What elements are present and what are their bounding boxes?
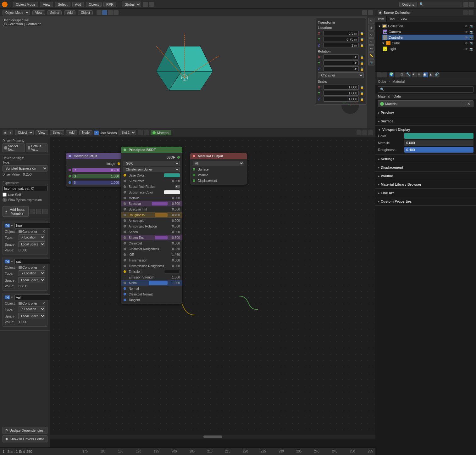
vp-color-swatch[interactable] (404, 133, 473, 139)
roughness-bar[interactable] (155, 213, 168, 217)
base-color-swatch[interactable] (164, 173, 180, 177)
viewport-mode-select[interactable]: Object Mode (3, 10, 30, 15)
node-editor-canvas[interactable]: Combine RGB Image (50, 137, 375, 439)
distribution-select[interactable]: GGX (124, 161, 180, 166)
vp-tool-select[interactable]: ↖ (368, 18, 374, 24)
light-render[interactable]: 📷 (469, 47, 473, 51)
collection-eye[interactable]: 👁 (464, 24, 468, 28)
tree-camera[interactable]: 📷 Camera 👁 📷 (382, 29, 473, 35)
volume-header[interactable]: ▸ Volume (378, 173, 473, 179)
var-sat-name-input[interactable] (14, 259, 50, 264)
select-menu[interactable]: Select (55, 2, 70, 7)
subsurface-color-swatch[interactable] (164, 190, 180, 194)
slot-select[interactable]: Slot 1 (119, 130, 136, 135)
view-menu[interactable]: View (40, 2, 53, 7)
var-hue-type-select[interactable]: X Location (19, 234, 45, 240)
combine-rgb-g-field[interactable]: G 1.000 (72, 174, 120, 178)
var-sat-obj-clear[interactable]: ✕ (42, 266, 45, 269)
light-eye[interactable]: 👁 (464, 47, 468, 51)
outliner-tab-tool[interactable]: Tool (387, 16, 398, 22)
controller-render[interactable]: 📷 (469, 35, 473, 40)
material-library-header[interactable]: ▸ Material Library Browser (378, 182, 473, 187)
props-modifier-icon[interactable]: 🔧 (406, 72, 411, 77)
ne-view-btn[interactable]: View (36, 130, 48, 135)
var-sat-type-select[interactable]: Y Location (19, 270, 45, 276)
props-physics-icon[interactable]: ⚛ (418, 72, 423, 77)
props-output-icon[interactable] (382, 72, 387, 77)
props-world-icon[interactable] (395, 72, 400, 77)
alpha-bar[interactable] (149, 281, 168, 285)
custom-properties-header[interactable]: ▸ Custom Properties (378, 199, 473, 204)
scroll-thumb-x[interactable] (203, 435, 222, 438)
var-copy-icon[interactable] (36, 209, 41, 214)
mat-copy-icon[interactable]: ✕ (467, 102, 471, 106)
var-hue-obj-clear[interactable]: ✕ (42, 230, 45, 233)
vp-select-btn[interactable]: Select (47, 10, 62, 15)
combine-rgb-r-field[interactable]: R 0.250 (72, 168, 120, 172)
transform-orientation[interactable]: Global (122, 2, 141, 7)
sheen-tint-bar[interactable] (155, 236, 168, 239)
rotation-mode-select[interactable]: XYZ Euler (318, 72, 364, 78)
search-bar[interactable]: 🔍 (418, 2, 462, 7)
subsurface-method-select[interactable]: Christensen-Burley (124, 167, 180, 172)
surface-header[interactable]: ▸ Surface (378, 118, 473, 124)
node-principled-bsdf[interactable]: Principled BSDF BSDF GGX (121, 147, 182, 304)
props-particle-icon[interactable]: ✦ (412, 72, 417, 77)
outliner-tab-item[interactable]: Item (375, 16, 387, 22)
node-combine-rgb[interactable]: Combine RGB Image (66, 153, 123, 187)
tree-cube[interactable]: ▼ □ Cube 👁 📷 (382, 40, 473, 46)
shader-no-btn[interactable]: Shader No... (3, 143, 25, 152)
node-material-output[interactable]: Material Output All (190, 153, 247, 185)
use-self-checkbox[interactable] (3, 193, 7, 197)
vp-view-btn[interactable]: View (32, 10, 45, 15)
var-val-type-select[interactable]: Z Location (19, 306, 45, 312)
line-art-header[interactable]: ▸ Line Art (378, 190, 473, 196)
vp-object-btn[interactable]: Object (78, 10, 93, 15)
combine-rgb-b-field[interactable]: B 1.000 (72, 181, 120, 185)
tree-controller[interactable]: Controller 👁 📷 (382, 35, 473, 40)
default-val-btn[interactable]: Default Val... (26, 143, 48, 152)
vp-tool-rotate[interactable]: ↻ (368, 31, 374, 38)
var-hue-space-select[interactable]: Local Space (18, 241, 45, 247)
ne-add-btn[interactable]: Add (66, 130, 77, 135)
rpr-menu[interactable]: RPR (103, 2, 116, 7)
vp-roughness-value[interactable]: 0.400 (404, 147, 473, 153)
var-sat-space-select[interactable]: Local Space (18, 277, 45, 283)
var-val-name-input[interactable] (14, 295, 50, 300)
camera-eye[interactable]: 👁 (464, 30, 468, 34)
props-material-icon[interactable]: ◉ (423, 72, 428, 77)
displacement-header[interactable]: ▸ Displacement (378, 165, 473, 170)
var-edit-icon[interactable] (30, 209, 35, 214)
var-paste-icon[interactable] (42, 209, 47, 214)
var-val-space-select[interactable]: Local Space (18, 313, 45, 319)
props-constraint-icon[interactable]: 🔗 (434, 72, 440, 77)
add-menu[interactable]: Add (72, 2, 84, 7)
cube-eye[interactable]: 👁 (464, 41, 468, 45)
props-scene-icon[interactable]: 🌍 (389, 72, 394, 77)
preview-header[interactable]: ▸ Preview (378, 110, 473, 115)
var-hue-name-input[interactable] (14, 223, 50, 228)
collection-render[interactable]: 📷 (469, 24, 473, 28)
vp-tool-measure[interactable]: 📏 (368, 52, 374, 59)
expression-input[interactable] (3, 186, 47, 191)
output-target-select[interactable]: All (193, 161, 244, 166)
add-variable-btn[interactable]: + Add Input Variable (3, 206, 29, 217)
controller-eye[interactable]: 👁 (464, 35, 468, 40)
ne-select-btn[interactable]: Select (50, 130, 64, 135)
vp-tool-move[interactable]: ✛ (368, 25, 374, 31)
mat-new-icon[interactable] (462, 102, 466, 106)
props-data-icon[interactable]: ▲ (429, 72, 434, 77)
props-search-input[interactable] (378, 86, 473, 93)
vp-tool-annotate[interactable]: ✏ (368, 45, 374, 52)
outliner-filter-icon[interactable] (463, 10, 468, 15)
props-render-icon[interactable] (377, 72, 382, 77)
tree-light[interactable]: 💡 Light 👁 📷 (382, 46, 473, 52)
use-nodes-checkbox[interactable]: ✓ (94, 131, 99, 135)
camera-render[interactable]: 📷 (469, 30, 473, 34)
node-scroll-x[interactable] (50, 435, 375, 439)
show-drivers-editor-btn[interactable]: ◉ Show in Drivers Editor (3, 435, 47, 442)
cube-render[interactable]: 📷 (469, 41, 473, 45)
options-btn[interactable]: Options (399, 2, 417, 7)
vp-display-header[interactable]: ▼ Viewport Display (378, 127, 473, 132)
outliner-sort-icon[interactable] (468, 10, 473, 15)
